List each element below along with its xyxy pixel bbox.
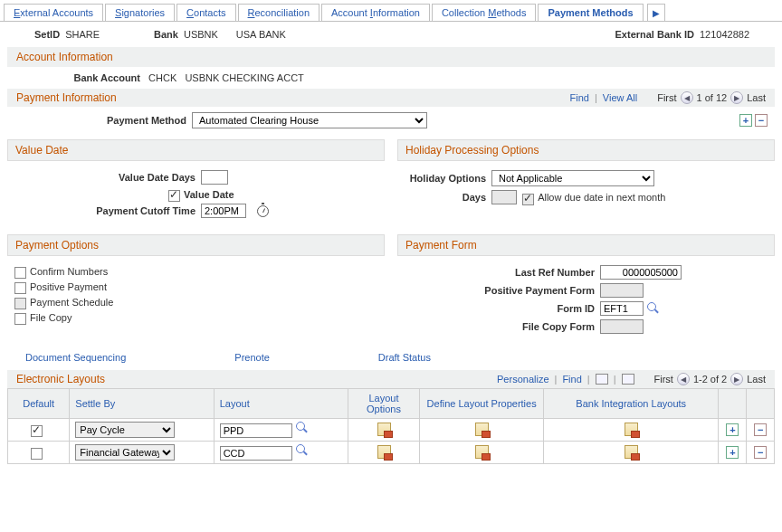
link-el-find[interactable]: Find (562, 374, 581, 385)
electronic-layouts-grid: Default Settle By Layout Layout Options … (7, 388, 775, 464)
tab-bar: EExternal Accountsxternal Accounts Signa… (0, 4, 782, 22)
input-layout-row1[interactable] (220, 423, 292, 438)
panel-title-payment-options: Payment Options (7, 234, 385, 256)
label-confirm-numbers: Confirm Numbers (30, 266, 108, 277)
el-pager-next-icon[interactable]: ▶ (730, 373, 743, 385)
del-row2-icon[interactable]: − (754, 446, 767, 459)
value-bank-account-name: USBNK CHECKING ACCT (185, 72, 303, 83)
add-row-icon[interactable]: + (739, 114, 752, 127)
checkbox-positive-payment[interactable] (14, 282, 26, 294)
table-row: Pay Cycle + − (8, 419, 775, 442)
link-find[interactable]: Find (570, 92, 589, 103)
panel-title-value-date: Value Date (7, 139, 385, 161)
link-el-personalize[interactable]: Personalize (497, 374, 548, 385)
table-row: Financial Gateway + − (8, 442, 775, 464)
header-row: SetID SHARE Bank USBNK USA BANK External… (0, 22, 782, 47)
label-positive-form: Positive Payment Form (405, 285, 595, 296)
checkbox-file-copy[interactable] (14, 313, 26, 325)
select-settleby-row2[interactable]: Financial Gateway (75, 444, 175, 461)
value-ext-bank-id: 121042882 (700, 29, 749, 40)
link-document-sequencing[interactable]: Document Sequencing (25, 352, 126, 363)
tab-contacts[interactable]: ContactsContacts (176, 4, 235, 21)
input-cutoff-time[interactable] (201, 204, 246, 218)
select-settleby-row1[interactable]: Pay Cycle (75, 422, 175, 438)
label-checkbox-value-date: Value Date (184, 189, 234, 200)
section-payment-information: Payment Information (16, 91, 117, 104)
label-bank: Bank (154, 29, 178, 40)
col-layout[interactable]: Layout (214, 389, 348, 419)
add-row1-icon[interactable]: + (726, 423, 739, 436)
input-value-date-days[interactable] (201, 170, 228, 185)
tab-signatories[interactable]: SignatoriesSignatories (105, 4, 175, 21)
label-value-date-days: Value Date Days (14, 172, 196, 183)
input-file-copy-form (600, 319, 644, 334)
input-layout-row2[interactable] (220, 446, 292, 461)
link-draft-status[interactable]: Draft Status (378, 352, 431, 363)
col-default[interactable]: Default (8, 389, 70, 419)
tab-account-information[interactable]: Account InformationAccount Information (321, 4, 430, 21)
tab-reconciliation[interactable]: ReconciliationReconciliation (238, 4, 320, 21)
el-pager-counter: 1-2 of 2 (693, 374, 727, 385)
link-prenote[interactable]: Prenote (234, 352, 270, 363)
input-holiday-days (491, 190, 517, 204)
col-del (747, 389, 775, 419)
checkbox-payment-schedule (14, 298, 26, 309)
delete-row-icon[interactable]: − (755, 114, 768, 127)
el-pager-last[interactable]: Last (747, 374, 766, 385)
clock-icon[interactable] (257, 205, 269, 217)
panel-value-date: Value Date Value Date Days Value Date Pa… (7, 139, 385, 223)
bank-integration-row2-icon[interactable] (625, 445, 638, 459)
select-holiday-options[interactable]: Not Applicable (491, 170, 654, 186)
label-file-copy-form: File Copy Form (405, 321, 595, 332)
label-setid: SetID (34, 29, 60, 40)
value-setid: SHARE (65, 29, 100, 40)
define-layout-row2-icon[interactable] (475, 445, 489, 459)
del-row1-icon[interactable]: − (754, 423, 767, 436)
panel-title-holiday: Holiday Processing Options (397, 139, 775, 161)
define-layout-row1-icon[interactable] (475, 423, 489, 436)
input-last-ref[interactable] (600, 265, 682, 280)
tab-external-accounts[interactable]: EExternal Accountsxternal Accounts (4, 4, 103, 21)
label-form-id: Form ID (405, 303, 595, 314)
link-view-all[interactable]: View All (603, 92, 637, 103)
pager-next-icon[interactable]: ▶ (730, 91, 743, 104)
bank-integration-row1-icon[interactable] (625, 423, 638, 436)
download-icon[interactable] (596, 374, 608, 385)
layout-options-row2-icon[interactable] (377, 445, 391, 459)
zoom-grid-icon[interactable] (622, 374, 634, 385)
layout-options-row1-icon[interactable] (377, 423, 391, 436)
checkbox-value-date[interactable] (168, 190, 180, 202)
el-pager-prev-icon[interactable]: ◀ (677, 373, 690, 385)
lookup-layout-row2-icon[interactable] (296, 444, 309, 457)
input-form-id[interactable] (600, 301, 644, 316)
pager-electronic-layouts: First ◀ 1-2 of 2 ▶ Last (654, 373, 767, 385)
checkbox-allow-due-date (522, 194, 534, 205)
col-settle-by[interactable]: Settle By (70, 389, 214, 419)
value-bank-code: USBNK (184, 29, 218, 40)
lookup-form-id-icon[interactable] (647, 302, 660, 315)
tab-scroll-right-icon[interactable]: ▶ (647, 4, 665, 21)
panel-holiday-processing: Holiday Processing Options Holiday Optio… (397, 139, 775, 223)
pager-first[interactable]: First (657, 92, 676, 103)
pager-last[interactable]: Last (747, 92, 766, 103)
pager-prev-icon[interactable]: ◀ (681, 91, 693, 104)
tab-payment-methods[interactable]: Payment Methods (538, 4, 643, 21)
el-pager-first[interactable]: First (654, 374, 673, 385)
add-row2-icon[interactable]: + (726, 446, 739, 459)
section-electronic-layouts: Electronic Layouts (16, 373, 105, 385)
checkbox-default-row2[interactable] (31, 448, 43, 460)
checkbox-confirm-numbers[interactable] (14, 267, 26, 279)
col-layout-options[interactable]: Layout Options (348, 389, 420, 419)
lookup-layout-row1-icon[interactable] (296, 422, 309, 434)
electronic-layouts-bar: Electronic Layouts Personalize | Find | … (7, 370, 775, 388)
col-add (719, 389, 747, 419)
col-bank-integration[interactable]: Bank Integration Layouts (543, 389, 719, 419)
select-payment-method[interactable]: Automated Clearing House (192, 112, 427, 128)
action-links-row: Document Sequencing Prenote Draft Status (0, 345, 782, 370)
col-define-layout[interactable]: Define Layout Properties (420, 389, 544, 419)
tab-collection-methods[interactable]: Collection MethodsCollection Methods (432, 4, 537, 21)
label-holiday-options: Holiday Options (405, 173, 486, 184)
checkbox-default-row1[interactable] (31, 425, 43, 437)
section-account-information: Account Information (7, 47, 775, 67)
value-bank-account-code: CHCK (148, 72, 176, 83)
